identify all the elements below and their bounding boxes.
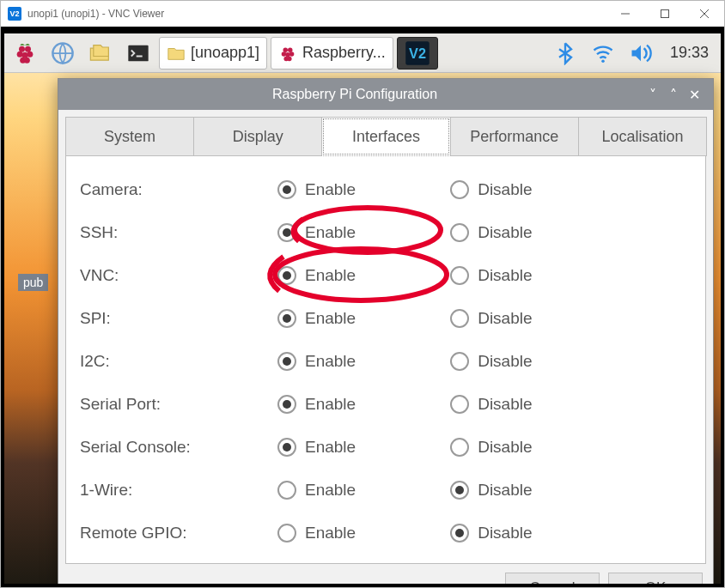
- radio-label-disable: Disable: [478, 395, 532, 414]
- desktop-icon-label[interactable]: pub: [18, 274, 48, 291]
- volume-button[interactable]: [624, 36, 658, 70]
- svg-point-3: [17, 51, 23, 57]
- vnc-icon: V2: [405, 40, 430, 66]
- config-titlebar[interactable]: Raspberry Pi Configuration ˅ ˄ ✕: [58, 79, 713, 110]
- radio-one_wire-disable[interactable]: Disable: [450, 481, 532, 500]
- radio-spi-disable[interactable]: Disable: [450, 309, 532, 328]
- radio-dot-icon: [450, 180, 469, 199]
- task-config[interactable]: Raspberry...: [271, 37, 393, 70]
- radio-dot-icon: [277, 266, 296, 285]
- config-close-button[interactable]: ✕: [684, 84, 704, 105]
- raspberry-icon: [13, 41, 37, 65]
- radio-group-remote_gpio: EnableDisable: [277, 524, 691, 543]
- radio-i2c-disable[interactable]: Disable: [450, 352, 532, 371]
- radio-serial_console-disable[interactable]: Disable: [450, 438, 532, 457]
- tab-interfaces[interactable]: Interfaces: [321, 117, 450, 156]
- radio-serial_port-disable[interactable]: Disable: [450, 395, 532, 414]
- radio-serial_port-enable[interactable]: Enable: [277, 395, 356, 414]
- tab-localisation[interactable]: Localisation: [578, 117, 707, 156]
- host-close-button[interactable]: [685, 1, 724, 27]
- config-maximize-button[interactable]: ˄: [663, 84, 684, 105]
- radio-label-disable: Disable: [478, 352, 532, 371]
- host-minimize-button[interactable]: [606, 1, 645, 27]
- radio-dot-icon: [450, 524, 469, 543]
- config-minimize-button[interactable]: ˅: [643, 84, 663, 105]
- radio-group-serial_console: EnableDisable: [277, 438, 691, 457]
- radio-dot-icon: [277, 223, 296, 242]
- row-label-serial_port: Serial Port:: [80, 395, 277, 414]
- vnc-viewer-icon: V2: [8, 7, 21, 21]
- radio-camera-disable[interactable]: Disable: [450, 180, 532, 199]
- terminal-icon: [126, 41, 150, 65]
- row-label-camera: Camera:: [80, 180, 277, 199]
- radio-spi-enable[interactable]: Enable: [277, 309, 356, 328]
- radio-dot-icon: [450, 438, 469, 457]
- radio-label-enable: Enable: [305, 524, 356, 543]
- pi-menu-button[interactable]: [8, 36, 42, 70]
- row-label-spi: SPI:: [80, 309, 277, 328]
- file-manager-button[interactable]: [83, 36, 118, 70]
- tab-display[interactable]: Display: [193, 117, 322, 156]
- radio-i2c-enable[interactable]: Enable: [277, 352, 356, 371]
- host-maximize-button[interactable]: [645, 1, 685, 27]
- radio-label-enable: Enable: [305, 438, 356, 457]
- radio-one_wire-enable[interactable]: Enable: [277, 481, 356, 500]
- radio-dot-icon: [277, 395, 296, 414]
- bluetooth-button[interactable]: [548, 36, 582, 70]
- wifi-icon: [591, 41, 615, 65]
- radio-label-disable: Disable: [478, 481, 532, 500]
- row-label-one_wire: 1-Wire:: [80, 481, 277, 500]
- radio-vnc-enable[interactable]: Enable: [277, 266, 356, 285]
- tab-performance[interactable]: Performance: [450, 117, 579, 156]
- wifi-button[interactable]: [586, 36, 620, 70]
- interfaces-tab-page: Camera:EnableDisableSSH:EnableDisableVNC…: [65, 156, 706, 564]
- svg-text:V2: V2: [409, 45, 426, 61]
- config-tabs: System Display Interfaces Performance Lo…: [65, 117, 706, 156]
- cancel-button[interactable]: Cancel: [505, 573, 600, 587]
- row-serial_port: Serial Port:EnableDisable: [80, 383, 691, 426]
- radio-dot-icon: [450, 352, 469, 371]
- radio-remote_gpio-disable[interactable]: Disable: [450, 524, 532, 543]
- vnc-viewer-window: V2 unopi1 (unopi1) - VNC Viewer: [0, 0, 725, 588]
- ok-button[interactable]: OK: [608, 573, 703, 587]
- svg-rect-9: [128, 45, 148, 61]
- radio-label-enable: Enable: [305, 352, 356, 371]
- task-vnc-server[interactable]: V2: [397, 37, 438, 70]
- task-file-manager[interactable]: [unoapp1]: [159, 37, 267, 70]
- radio-camera-enable[interactable]: Enable: [277, 180, 356, 199]
- radio-label-disable: Disable: [478, 309, 532, 328]
- host-titlebar: V2 unopi1 (unopi1) - VNC Viewer: [1, 1, 724, 27]
- row-camera: Camera:EnableDisable: [80, 168, 691, 211]
- row-label-remote_gpio: Remote GPIO:: [80, 524, 277, 543]
- radio-serial_console-enable[interactable]: Enable: [277, 438, 356, 457]
- raspberry-icon: [278, 44, 297, 63]
- tab-system[interactable]: System: [65, 117, 194, 156]
- radio-label-enable: Enable: [305, 266, 356, 285]
- radio-label-disable: Disable: [478, 266, 532, 285]
- web-browser-button[interactable]: [46, 36, 80, 70]
- pi-desktop: [unoapp1] Raspberry... V2: [1, 27, 724, 587]
- clock[interactable]: 19:33: [661, 44, 717, 62]
- radio-dot-icon: [277, 438, 296, 457]
- row-one_wire: 1-Wire:EnableDisable: [80, 469, 691, 512]
- bluetooth-icon: [553, 41, 577, 65]
- radio-ssh-enable[interactable]: Enable: [277, 223, 356, 242]
- row-spi: SPI:EnableDisable: [80, 297, 691, 340]
- row-vnc: VNC:EnableDisable: [80, 254, 691, 297]
- task-file-manager-label: [unoapp1]: [191, 44, 259, 62]
- globe-icon: [51, 41, 75, 65]
- radio-dot-icon: [277, 524, 296, 543]
- folders-icon: [88, 41, 113, 65]
- radio-label-enable: Enable: [305, 309, 356, 328]
- radio-dot-icon: [277, 481, 296, 500]
- radio-group-serial_port: EnableDisable: [277, 395, 691, 414]
- row-label-vnc: VNC:: [80, 266, 277, 285]
- row-ssh: SSH:EnableDisable: [80, 211, 691, 254]
- terminal-button[interactable]: [121, 36, 155, 70]
- row-label-serial_console: Serial Console:: [80, 438, 277, 457]
- svg-point-14: [289, 52, 295, 56]
- radio-ssh-disable[interactable]: Disable: [450, 223, 532, 242]
- radio-remote_gpio-enable[interactable]: Enable: [277, 524, 356, 543]
- radio-vnc-disable[interactable]: Disable: [450, 266, 532, 285]
- speaker-icon: [629, 41, 653, 65]
